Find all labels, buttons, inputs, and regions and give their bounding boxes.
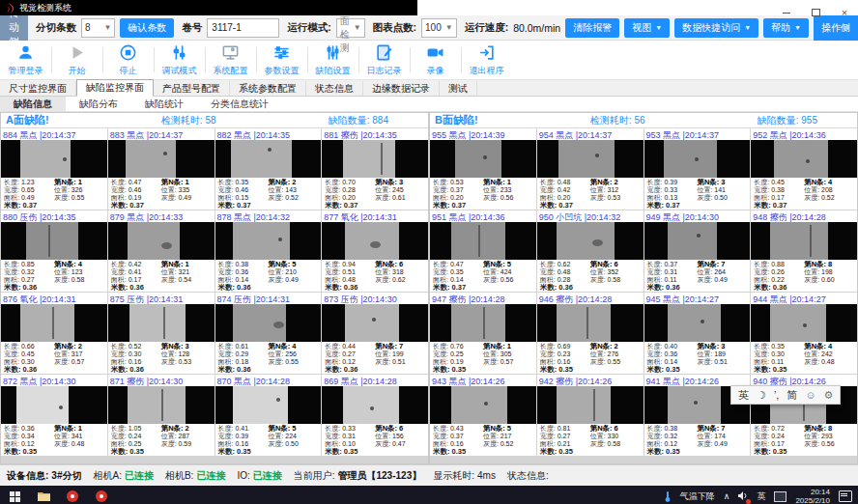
file-explorer-icon[interactable] bbox=[29, 486, 58, 504]
defect-image[interactable] bbox=[108, 222, 214, 260]
defect-cell[interactable]: 883 黑点 |20:14:37长度: 0.47宽度: 0.46面积: 0.19… bbox=[108, 128, 214, 210]
defect-image[interactable] bbox=[430, 304, 536, 342]
subtab-缺陷分布[interactable]: 缺陷分布 bbox=[66, 97, 131, 111]
defect-image[interactable] bbox=[322, 140, 428, 178]
subtab-缺陷统计[interactable]: 缺陷统计 bbox=[131, 97, 197, 111]
defect-cell[interactable]: 874 压伤 |20:14:31长度: 0.61宽度: 0.29面积: 0.18… bbox=[215, 293, 322, 374]
gear-icon[interactable]: ⚙ bbox=[824, 389, 834, 402]
drive-side-button[interactable]: 传动侧 bbox=[0, 15, 28, 41]
defect-cell[interactable]: 952 黑点 |20:14:36长度: 0.45宽度: 0.38面积: 0.17… bbox=[751, 128, 857, 210]
defect-image[interactable] bbox=[322, 304, 428, 342]
tool-user[interactable]: 管理登录 bbox=[0, 41, 51, 79]
help-menu-button[interactable]: 帮助▼ bbox=[763, 18, 809, 38]
weather-text[interactable]: 气温下降 bbox=[680, 490, 715, 503]
speaker-icon[interactable] bbox=[738, 491, 748, 502]
view-menu-button[interactable]: 视图▼ bbox=[624, 18, 670, 38]
action-center-icon[interactable] bbox=[839, 490, 852, 502]
defect-image[interactable] bbox=[108, 386, 214, 424]
defect-cell[interactable]: 878 黑点 |20:14:32长度: 0.38宽度: 0.36面积: 0.14… bbox=[215, 210, 322, 292]
defect-cell[interactable]: 954 黑点 |20:14:37长度: 0.48宽度: 0.42面积: 0.20… bbox=[537, 128, 644, 210]
defect-cell[interactable]: 877 氧化 |20:14:31长度: 0.94宽度: 0.51面积: 0.48… bbox=[322, 210, 428, 292]
defect-image[interactable] bbox=[1, 222, 107, 260]
chart-points-select[interactable]: 100 ▼ bbox=[421, 18, 457, 38]
defect-cell[interactable]: 876 氧化 |20:14:31长度: 0.66宽度: 0.45面积: 0.30… bbox=[1, 293, 107, 374]
ime-keyboard-icon[interactable] bbox=[774, 491, 786, 502]
defect-cell[interactable]: 953 黑点 |20:14:37长度: 0.39宽度: 0.33面积: 0.13… bbox=[644, 128, 751, 210]
tool-defectset[interactable]: 缺陷设置 bbox=[307, 41, 358, 79]
defect-cell[interactable]: 950 小凹坑 |20:14:32长度: 0.62宽度: 0.48面积: 0.2… bbox=[537, 210, 644, 292]
tool-play[interactable]: 开始 bbox=[51, 41, 102, 79]
defect-image[interactable] bbox=[108, 140, 214, 178]
clear-alarm-button[interactable]: 清除报警 bbox=[565, 18, 619, 38]
tab-尺寸监控界面[interactable]: 尺寸监控界面 bbox=[0, 81, 76, 96]
defect-cell[interactable]: 943 黑点 |20:14:26长度: 0.43宽度: 0.37面积: 0.16… bbox=[430, 375, 536, 456]
defect-image[interactable] bbox=[1, 386, 107, 424]
defect-image[interactable] bbox=[644, 140, 751, 178]
defect-cell[interactable]: 946 擦伤 |20:14:28长度: 0.69宽度: 0.23面积: 0.16… bbox=[537, 293, 644, 374]
defect-image[interactable] bbox=[537, 304, 644, 342]
defect-cell[interactable]: 870 黑点 |20:14:28长度: 0.41宽度: 0.39面积: 0.16… bbox=[215, 375, 322, 456]
app-icon-red-2[interactable] bbox=[87, 486, 116, 504]
tool-debug[interactable]: 调试模式 bbox=[154, 41, 205, 79]
tool-params[interactable]: 参数设置 bbox=[256, 41, 307, 79]
defect-image[interactable] bbox=[644, 222, 751, 260]
defect-image[interactable] bbox=[751, 304, 857, 342]
tab-系统参数配置[interactable]: 系统参数配置 bbox=[230, 81, 306, 96]
defect-cell[interactable]: 942 擦伤 |20:14:26长度: 0.81宽度: 0.27面积: 0.21… bbox=[537, 375, 644, 456]
defect-image[interactable] bbox=[322, 222, 428, 260]
defect-cell[interactable]: 945 黑点 |20:14:27长度: 0.40宽度: 0.36面积: 0.14… bbox=[644, 293, 751, 374]
data-quick-access-button[interactable]: 数据快捷访问▼ bbox=[674, 18, 758, 38]
defect-cell[interactable]: 879 黑点 |20:14:33长度: 0.42宽度: 0.41面积: 0.17… bbox=[108, 210, 214, 292]
defect-image[interactable] bbox=[430, 222, 536, 260]
app-icon-red-1[interactable] bbox=[58, 486, 87, 504]
defect-cell[interactable]: 955 黑点 |20:14:39长度: 0.53宽度: 0.37面积: 0.20… bbox=[430, 128, 536, 210]
defect-cell[interactable]: 881 擦伤 |20:14:35长度: 0.70宽度: 0.28面积: 0.20… bbox=[322, 128, 428, 210]
defect-image[interactable] bbox=[537, 386, 644, 424]
maximize-button[interactable] bbox=[810, 8, 821, 17]
defect-image[interactable] bbox=[537, 140, 644, 178]
defect-image[interactable] bbox=[430, 386, 536, 424]
defect-image[interactable] bbox=[751, 222, 857, 260]
roll-number-input[interactable]: 3117-1 bbox=[207, 18, 279, 38]
moon-icon[interactable]: ☽ bbox=[757, 389, 766, 402]
defect-image[interactable] bbox=[1, 304, 107, 342]
defect-image[interactable] bbox=[537, 222, 644, 260]
tab-产品型号配置[interactable]: 产品型号配置 bbox=[154, 81, 230, 96]
defect-image[interactable] bbox=[322, 386, 428, 424]
defect-image[interactable] bbox=[215, 222, 322, 260]
defect-image[interactable] bbox=[108, 304, 214, 342]
punctuation-icon[interactable]: ’, bbox=[774, 389, 780, 401]
defect-image[interactable] bbox=[215, 386, 322, 424]
tool-camera[interactable]: 录像 bbox=[410, 41, 461, 79]
defect-image[interactable] bbox=[751, 140, 857, 178]
tab-测试[interactable]: 测试 bbox=[440, 81, 477, 96]
defect-cell[interactable]: 871 擦伤 |20:14:30长度: 1.05宽度: 0.24面积: 0.25… bbox=[108, 375, 214, 456]
defect-cell[interactable]: 944 黑点 |20:14:27长度: 0.35宽度: 0.30面积: 0.11… bbox=[751, 293, 857, 374]
tool-log[interactable]: 日志记录 bbox=[358, 41, 410, 79]
defect-image[interactable] bbox=[215, 304, 322, 342]
defect-cell[interactable]: 875 压伤 |20:14:31长度: 0.52宽度: 0.30面积: 0.16… bbox=[108, 293, 214, 374]
operator-side-button[interactable]: 操作侧 bbox=[814, 15, 858, 41]
ime-language-toggle[interactable]: 英 bbox=[738, 388, 749, 403]
defect-cell[interactable]: 880 压伤 |20:14:35长度: 0.85宽度: 0.32面积: 0.27… bbox=[1, 210, 107, 292]
confirm-count-button[interactable]: 确认条数 bbox=[120, 18, 174, 38]
defect-image[interactable] bbox=[1, 140, 107, 178]
tab-缺陷监控界面[interactable]: 缺陷监控界面 bbox=[76, 79, 154, 97]
tool-exit[interactable]: 退出程序 bbox=[461, 41, 512, 79]
emoji-icon[interactable]: ☺ bbox=[805, 389, 815, 401]
minimize-button[interactable] bbox=[781, 8, 792, 17]
tool-monitor[interactable]: 系统配置 bbox=[205, 41, 256, 79]
defect-image[interactable] bbox=[430, 140, 536, 178]
tab-边缘数据记录[interactable]: 边缘数据记录 bbox=[363, 81, 440, 96]
defect-cell[interactable]: 873 压伤 |20:14:30长度: 0.44宽度: 0.27面积: 0.12… bbox=[322, 293, 428, 374]
defect-cell[interactable]: 948 擦伤 |20:14:28长度: 0.88宽度: 0.26面积: 0.22… bbox=[751, 210, 857, 292]
defect-image[interactable] bbox=[644, 304, 751, 342]
subtab-分类信息统计[interactable]: 分类信息统计 bbox=[197, 97, 282, 111]
slit-count-select[interactable]: 8 ▼ bbox=[81, 18, 115, 38]
defect-cell[interactable]: 949 黑点 |20:14:30长度: 0.37宽度: 0.31面积: 0.11… bbox=[644, 210, 751, 292]
defect-cell[interactable]: 947 擦伤 |20:14:28长度: 0.76宽度: 0.25面积: 0.19… bbox=[430, 293, 536, 374]
tab-状态信息[interactable]: 状态信息 bbox=[306, 81, 363, 96]
defect-cell[interactable]: 884 黑点 |20:14:37长度: 1.23宽度: 0.65面积: 0.49… bbox=[1, 128, 107, 210]
start-button[interactable] bbox=[0, 486, 29, 504]
tool-stop[interactable]: 停止 bbox=[102, 41, 154, 79]
